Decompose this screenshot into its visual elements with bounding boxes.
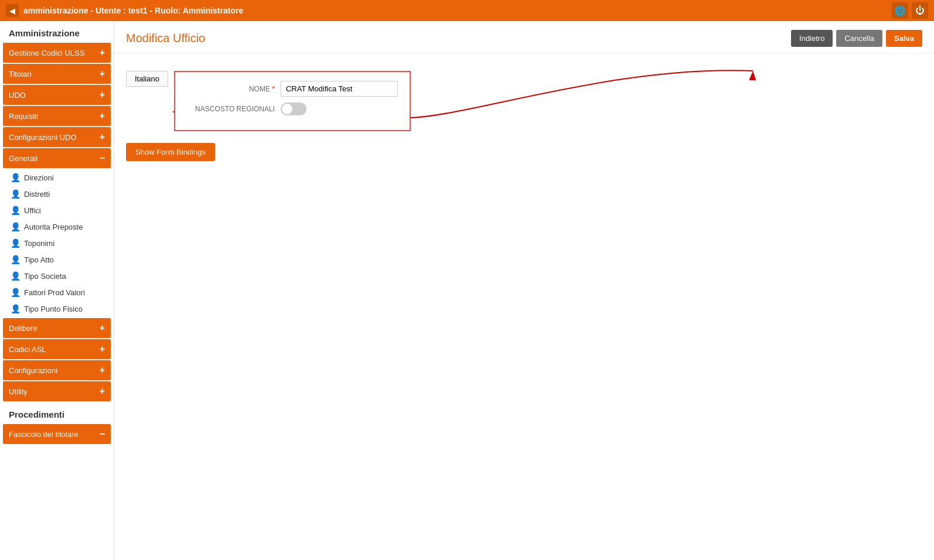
user-icon: 👤	[11, 189, 21, 199]
language-tab[interactable]: Italiano	[126, 71, 168, 87]
header-buttons: Indietro Cancella Salva	[791, 30, 922, 47]
form-box: NOME * NASCOSTO REGIONALI	[174, 71, 411, 131]
minus-icon: −	[100, 153, 105, 163]
topbar-right: 🌐 ⏻	[892, 2, 928, 19]
sidebar-btn-titolari[interactable]: Titolari +	[3, 64, 111, 84]
sidebar-btn-delibere[interactable]: Delibere +	[3, 318, 111, 338]
form-row-nascosto: NASCOSTO REGIONALI	[187, 103, 398, 115]
sidebar-section-procedimenti: Procedimenti	[0, 402, 114, 423]
sidebar-section-amministrazione: Amministrazione	[0, 21, 114, 42]
user-icon: 👤	[11, 238, 21, 248]
sidebar-btn-configurazioni[interactable]: Configurazioni +	[3, 360, 111, 380]
sidebar-btn-codici-asl[interactable]: Codici ASL +	[3, 339, 111, 359]
main-content: Modifica Ufficio Indietro Cancella Salva	[114, 21, 934, 560]
page-title: Modifica Ufficio	[126, 32, 205, 45]
indietro-button[interactable]: Indietro	[791, 30, 833, 47]
sidebar-item-toponimi[interactable]: 👤 Toponimi	[0, 235, 114, 251]
user-icon: 👤	[11, 304, 21, 313]
topbar-title: amministrazione - Utente : test1 - Ruolo…	[23, 6, 243, 15]
main-header: Modifica Ufficio Indietro Cancella Salva	[114, 21, 934, 53]
cancella-button[interactable]: Cancella	[836, 30, 882, 47]
nascosto-label: NASCOSTO REGIONALI	[187, 105, 275, 113]
sidebar-item-direzioni[interactable]: 👤 Direzioni	[0, 169, 114, 186]
plus-icon: +	[100, 69, 105, 79]
nome-label: NOME *	[187, 85, 275, 93]
layout: Amministrazione Gestione Codici ULSS + T…	[0, 21, 934, 560]
sidebar-item-tipo-punto-fisico[interactable]: 👤 Tipo Punto Fisico	[0, 301, 114, 317]
salva-button[interactable]: Salva	[886, 30, 922, 47]
sidebar-item-distretti[interactable]: 👤 Distretti	[0, 186, 114, 202]
back-arrow-icon[interactable]: ◀	[6, 4, 19, 17]
sidebar-item-tipo-societa[interactable]: 👤 Tipo Societa	[0, 268, 114, 284]
globe-icon-button[interactable]: 🌐	[892, 2, 908, 19]
sidebar-btn-udo[interactable]: UDO +	[3, 85, 111, 105]
sidebar-item-tipo-atto[interactable]: 👤 Tipo Atto	[0, 251, 114, 268]
topbar-left: ◀ amministrazione - Utente : test1 - Ruo…	[6, 4, 243, 17]
user-icon: 👤	[11, 271, 21, 281]
user-icon: 👤	[11, 288, 21, 297]
sidebar-btn-fascicolo[interactable]: Fascicolo del titolare −	[3, 424, 111, 444]
user-icon: 👤	[11, 173, 21, 182]
sidebar-btn-utility[interactable]: Utility +	[3, 381, 111, 401]
plus-icon: +	[100, 132, 105, 142]
sidebar-btn-configurazioni-udo[interactable]: Configurazioni UDO +	[3, 127, 111, 147]
plus-icon: +	[100, 365, 105, 375]
plus-icon: +	[100, 323, 105, 333]
form-row-nome: NOME *	[187, 81, 398, 97]
sidebar: Amministrazione Gestione Codici ULSS + T…	[0, 21, 114, 560]
plus-icon: +	[100, 344, 105, 354]
sidebar-btn-gestione-codici-ulss[interactable]: Gestione Codici ULSS +	[3, 43, 111, 63]
toggle-slider	[281, 103, 306, 115]
sidebar-item-autorita-preposte[interactable]: 👤 Autorita Preposte	[0, 218, 114, 235]
user-icon: 👤	[11, 222, 21, 231]
minus-icon: −	[100, 429, 105, 439]
user-icon: 👤	[11, 206, 21, 215]
power-icon-button[interactable]: ⏻	[912, 2, 928, 19]
required-marker: *	[272, 85, 275, 93]
plus-icon: +	[100, 386, 105, 397]
user-icon: 👤	[11, 255, 21, 264]
plus-icon: +	[100, 111, 105, 121]
sidebar-item-uffici[interactable]: 👤 Uffici	[0, 202, 114, 218]
plus-icon: +	[100, 90, 105, 100]
main-body: Italiano NOME * NASCOSTO REGIONALI	[114, 53, 934, 173]
form-container: Italiano NOME * NASCOSTO REGIONALI	[126, 65, 411, 131]
topbar: ◀ amministrazione - Utente : test1 - Ruo…	[0, 0, 934, 21]
show-form-bindings-button[interactable]: Show Form Bindings	[126, 143, 215, 161]
sidebar-btn-generali[interactable]: Generali −	[3, 148, 111, 168]
sidebar-item-fattori-prod-valori[interactable]: 👤 Fattori Prod Valori	[0, 284, 114, 301]
toggle-switch[interactable]	[281, 103, 306, 115]
plus-icon: +	[100, 47, 105, 58]
nome-input[interactable]	[281, 81, 398, 97]
sidebar-btn-requisiti[interactable]: Requisiti +	[3, 106, 111, 126]
